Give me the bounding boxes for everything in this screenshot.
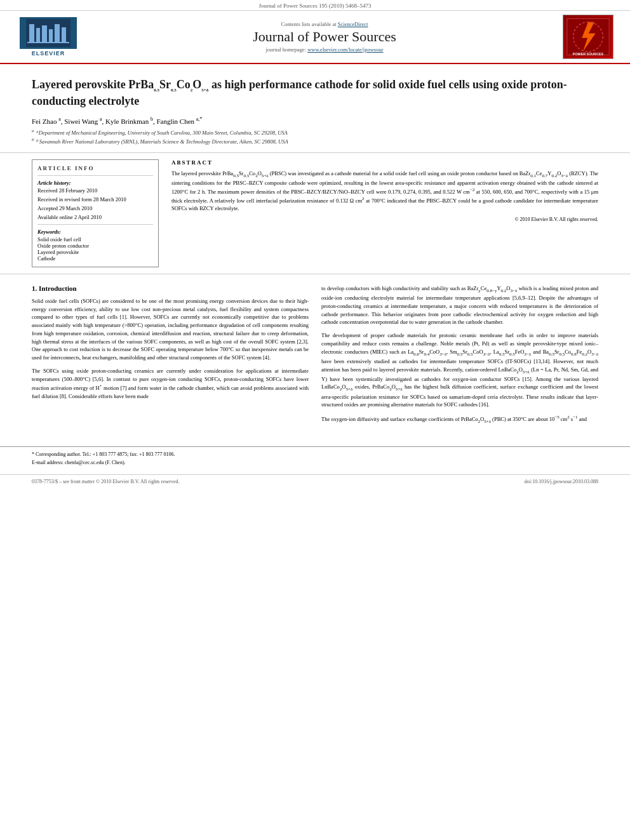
available-text: Available online 2 April 2010 — [37, 214, 153, 220]
footnote-section: * Corresponding author. Tel.: +1 803 777… — [0, 446, 630, 474]
left-column: 1. Introduction Solid oxide fuel cells (… — [32, 284, 309, 430]
svg-text:POWER SOURCES: POWER SOURCES — [573, 52, 604, 56]
section-number: 1. — [32, 284, 37, 292]
svg-rect-6 — [62, 27, 66, 42]
contents-text: Contents lists available at — [281, 21, 337, 27]
article-header: Layered perovskite PrBa0.5Sr0.5Co2O5+δ a… — [0, 64, 630, 153]
history-label: Article history: — [37, 180, 153, 186]
abstract-text: The layered perovskite PrBa0.5Sr0.5Co2O5… — [171, 170, 598, 213]
right-paragraph-2: The development of proper cathode materi… — [321, 331, 598, 409]
svg-rect-7 — [27, 42, 69, 43]
intro-paragraph-1: Solid oxide fuel cells (SOFCs) are consi… — [32, 297, 309, 362]
affiliation-a: a ᵃ Department of Mechanical Engineering… — [32, 128, 598, 136]
power-sources-logo: POWER SOURCES — [563, 15, 613, 59]
revised-text: Received in revised form 28 March 2010 — [37, 196, 153, 203]
svg-rect-4 — [49, 29, 53, 42]
top-header: ELSEVIER Contents lists available at Sci… — [0, 11, 630, 64]
right-paragraph-1: to develop conductors with high conducti… — [321, 284, 598, 326]
copyright-line: © 2010 Elsevier B.V. All rights reserved… — [171, 217, 598, 222]
elsevier-text: ELSEVIER — [32, 50, 65, 57]
journal-ref-text: Journal of Power Sources 195 (2010) 5468… — [259, 3, 372, 9]
keyword-1: Solid oxide fuel cell — [37, 236, 153, 243]
issn-line: 0378-7753/$ – see front matter © 2010 El… — [32, 479, 180, 484]
svg-rect-1 — [29, 24, 34, 42]
article-info-box: ARTICLE INFO Article history: Received 2… — [32, 159, 159, 267]
abstract-section: ABSTRACT The layered perovskite PrBa0.5S… — [171, 159, 598, 267]
homepage-url[interactable]: www.elsevier.com/locate/jpowsour — [307, 46, 383, 53]
article-info-title: ARTICLE INFO — [37, 165, 153, 171]
elsevier-logo: ELSEVIER — [10, 17, 86, 57]
intro-paragraph-2: The SOFCs using oxide proton-conducting … — [32, 367, 309, 401]
keyword-2: Oxide proton conductor — [37, 243, 153, 249]
footer-bar: 0378-7753/$ – see front matter © 2010 El… — [0, 474, 630, 488]
publisher-logo-area: ELSEVIER — [10, 17, 86, 57]
footnote-star: * Corresponding author. Tel.: +1 803 777… — [32, 451, 598, 458]
journal-title-area: Contents lists available at ScienceDirec… — [86, 21, 563, 53]
journal-homepage: journal homepage: www.elsevier.com/locat… — [86, 46, 563, 53]
abstract-title: ABSTRACT — [171, 159, 598, 166]
intro-section-title: 1. Introduction — [32, 284, 309, 292]
article-info-left: ARTICLE INFO Article history: Received 2… — [32, 159, 159, 267]
article-authors: Fei Zhao a, Siwei Wang a, Kyle Brinkman … — [32, 116, 598, 125]
elsevier-logo-svg — [26, 19, 70, 47]
divider1 — [37, 175, 153, 176]
footnote-email: E-mail address: chenfa@cec.sc.edu (F. Ch… — [32, 459, 598, 466]
elsevier-logo-image — [20, 17, 77, 49]
svg-rect-5 — [55, 24, 60, 42]
affiliation-b: b ᵇ Savannah River National Laboratory (… — [32, 137, 598, 145]
section-title-text: Introduction — [39, 284, 77, 292]
main-content: 1. Introduction Solid oxide fuel cells (… — [0, 274, 630, 440]
accepted-text: Accepted 29 March 2010 — [37, 205, 153, 211]
keyword-4: Cathode — [37, 255, 153, 262]
received-text: Received 28 February 2010 — [37, 187, 153, 194]
right-column: to develop conductors with high conducti… — [321, 284, 598, 430]
affiliation-b-text: ᵇ Savannah River National Laboratory (SR… — [36, 138, 288, 145]
keywords-list: Solid oxide fuel cell Oxide proton condu… — [37, 236, 153, 262]
journal-title: Journal of Power Sources — [86, 29, 563, 45]
svg-rect-2 — [36, 28, 40, 42]
page: Journal of Power Sources 195 (2010) 5468… — [0, 0, 630, 840]
journal-ref-bar: Journal of Power Sources 195 (2010) 5468… — [0, 0, 630, 11]
homepage-label: journal homepage: — [266, 46, 307, 53]
affiliation-a-text: ᵃ Department of Mechanical Engineering, … — [36, 130, 288, 136]
divider2 — [37, 224, 153, 225]
article-title: Layered perovskite PrBa0.5Sr0.5Co2O5+δ a… — [32, 77, 598, 110]
sciencedirect-link[interactable]: ScienceDirect — [338, 21, 368, 27]
journal-logo-area: POWER SOURCES — [563, 15, 620, 59]
info-abstract-section: ARTICLE INFO Article history: Received 2… — [0, 153, 630, 274]
keyword-3: Layered perovskite — [37, 249, 153, 255]
svg-rect-3 — [42, 25, 47, 42]
contents-line: Contents lists available at ScienceDirec… — [86, 21, 563, 27]
right-paragraph-3: The oxygen-ion diffusivity and surface e… — [321, 414, 598, 425]
power-sources-logo-svg: POWER SOURCES — [566, 15, 610, 58]
doi-line: doi:10.1016/j.jpowsour.2010.03.088 — [525, 479, 598, 484]
keywords-label: Keywords: — [37, 229, 153, 235]
